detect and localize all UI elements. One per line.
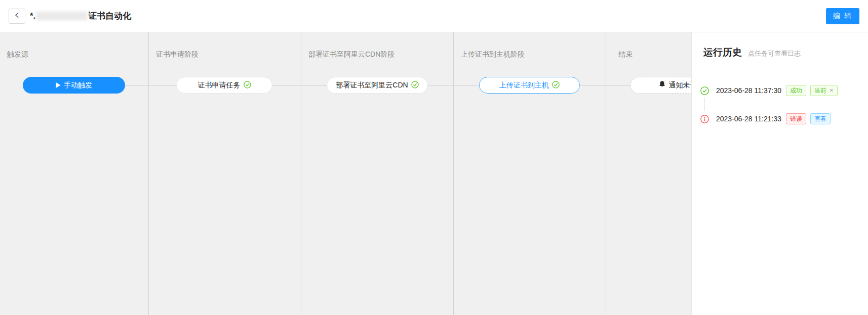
stage-label: 上传证书到主机阶段 bbox=[461, 50, 606, 59]
timeline-connector-line bbox=[704, 98, 705, 111]
play-icon bbox=[56, 81, 61, 89]
check-circle-icon bbox=[411, 81, 419, 90]
current-run-tag: 当前 × bbox=[810, 85, 838, 96]
run-timestamp: 2023-06-28 11:21:33 bbox=[716, 115, 781, 123]
page-title: *. 证书自动化 bbox=[30, 10, 131, 22]
check-circle-icon bbox=[552, 81, 560, 90]
node-label: 手动触发 bbox=[64, 81, 92, 90]
redacted-domain-blur bbox=[36, 12, 88, 20]
node-label: 上传证书到主机 bbox=[499, 81, 549, 90]
page-title-suffix: 证书自动化 bbox=[88, 10, 131, 22]
stage-label: 触发源 bbox=[7, 50, 148, 59]
node-upload-host[interactable]: 上传证书到主机 bbox=[479, 77, 580, 94]
run-history-header: 运行历史 点任务可查看日志 bbox=[703, 46, 801, 59]
status-badge-error: 错误 bbox=[786, 113, 806, 124]
run-history-row[interactable]: 2023-06-28 11:37:30 成功 当前 × bbox=[700, 85, 838, 96]
node-label: 证书申请任务 bbox=[198, 81, 241, 90]
status-badge-success: 成功 bbox=[786, 85, 806, 96]
node-cert-request-task[interactable]: 证书申请任务 bbox=[176, 77, 272, 94]
node-deploy-cdn[interactable]: 部署证书至阿里云CDN bbox=[327, 77, 428, 94]
view-log-button[interactable]: 查看 bbox=[810, 113, 831, 124]
run-timestamp: 2023-06-28 11:37:30 bbox=[716, 86, 781, 95]
run-history-hint: 点任务可查看日志 bbox=[748, 49, 801, 58]
check-circle-icon bbox=[244, 81, 251, 90]
run-history-row[interactable]: 2023-06-28 11:21:33 错误 查看 bbox=[700, 113, 831, 124]
run-history-title: 运行历史 bbox=[703, 46, 742, 59]
node-label: 部署证书至阿里云CDN bbox=[336, 81, 408, 90]
run-history-panel: 运行历史 点任务可查看日志 2023-06-28 11:37:30 成功 当前 … bbox=[691, 32, 868, 315]
stage-label: 部署证书至阿里云CDN阶段 bbox=[308, 50, 453, 59]
info-circle-icon bbox=[700, 115, 709, 123]
stage-column-upload-host: 上传证书到主机阶段 bbox=[454, 32, 606, 315]
status-badge-label: 错误 bbox=[790, 115, 802, 123]
top-bar: *. 证书自动化 编 辑 bbox=[0, 0, 868, 32]
view-log-label: 查看 bbox=[814, 115, 826, 123]
node-manual-trigger[interactable]: 手动触发 bbox=[23, 77, 125, 94]
current-run-label: 当前 bbox=[814, 86, 826, 95]
edit-button[interactable]: 编 辑 bbox=[826, 8, 859, 24]
stage-column-deploy-cdn: 部署证书至阿里云CDN阶段 bbox=[301, 32, 454, 315]
chevron-left-icon bbox=[14, 12, 21, 21]
check-circle-icon bbox=[700, 86, 709, 95]
status-badge-label: 成功 bbox=[790, 86, 802, 95]
page-title-prefix: *. bbox=[30, 11, 35, 21]
stage-label: 证书申请阶段 bbox=[156, 50, 301, 59]
stage-column-cert-request: 证书申请阶段 bbox=[149, 32, 301, 315]
stage-column-trigger: 触发源 bbox=[0, 32, 149, 315]
back-button[interactable] bbox=[9, 9, 25, 24]
close-icon[interactable]: × bbox=[830, 86, 834, 95]
bell-icon bbox=[658, 80, 666, 90]
